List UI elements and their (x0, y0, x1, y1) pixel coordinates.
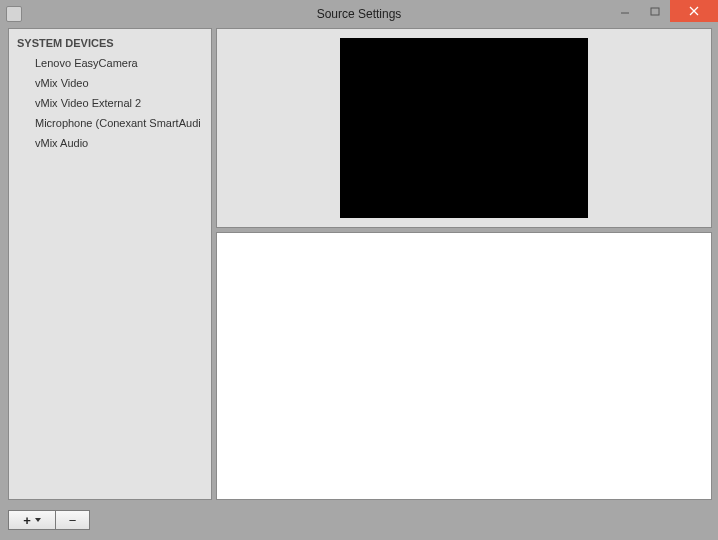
preview-pane (216, 28, 712, 228)
svg-rect-1 (651, 8, 659, 15)
add-source-button[interactable]: + (8, 510, 56, 530)
details-pane (216, 232, 712, 500)
plus-icon: + (23, 513, 31, 528)
dropdown-caret-icon (35, 518, 41, 522)
minus-icon: − (69, 513, 77, 528)
close-icon (689, 6, 699, 16)
video-preview (340, 38, 588, 218)
device-item[interactable]: Microphone (Conexant SmartAudi (9, 113, 211, 133)
device-item[interactable]: vMix Video External 2 (9, 93, 211, 113)
title-bar: Source Settings (0, 0, 718, 28)
app-icon (6, 6, 22, 22)
client-area: SYSTEM DEVICES Lenovo EasyCamera vMix Vi… (8, 28, 712, 500)
maximize-button[interactable] (640, 0, 670, 22)
remove-source-button[interactable]: − (56, 510, 90, 530)
sidebar-section-header: SYSTEM DEVICES (9, 33, 211, 53)
close-button[interactable] (670, 0, 718, 22)
device-item[interactable]: vMix Video (9, 73, 211, 93)
caption-buttons (610, 0, 718, 22)
minimize-button[interactable] (610, 0, 640, 22)
footer-toolbar: + − (8, 510, 90, 530)
maximize-icon (650, 6, 660, 16)
minimize-icon (620, 6, 630, 16)
right-column (216, 28, 712, 500)
device-sidebar: SYSTEM DEVICES Lenovo EasyCamera vMix Vi… (8, 28, 212, 500)
window-title: Source Settings (317, 7, 402, 21)
device-item[interactable]: vMix Audio (9, 133, 211, 153)
device-item[interactable]: Lenovo EasyCamera (9, 53, 211, 73)
